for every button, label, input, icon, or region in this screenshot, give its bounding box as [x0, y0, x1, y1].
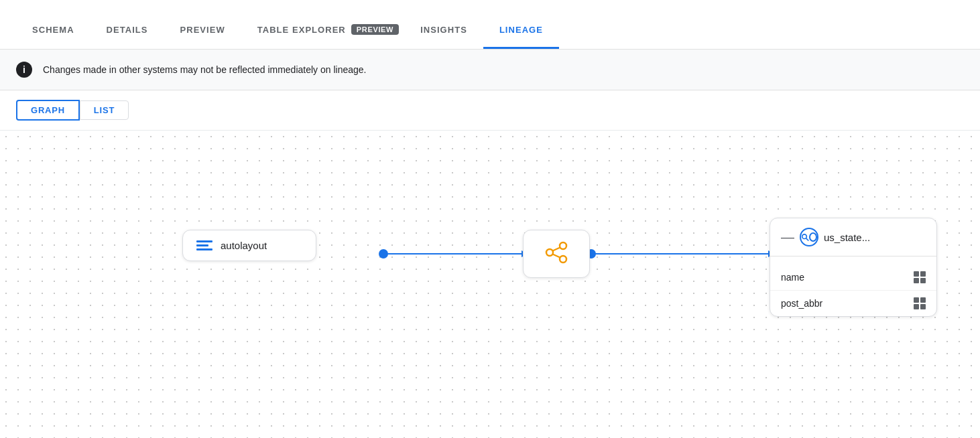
info-banner: i Changes made in other systems may not … — [0, 50, 980, 90]
info-icon: i — [16, 62, 32, 78]
autolayout-label: autolayout — [221, 240, 267, 251]
field-row-name: name — [770, 265, 936, 291]
tab-insights[interactable]: INSIGHTS — [404, 25, 483, 49]
usstates-fields: name post_abbr — [770, 265, 936, 316]
svg-point-8 — [560, 256, 566, 263]
dash-icon: — — [781, 230, 794, 244]
transform-icon — [542, 238, 571, 270]
grid-icon-post-abbr — [914, 297, 926, 309]
usstates-label: us_state... — [824, 232, 870, 243]
usstates-header: — us_state... — [770, 218, 936, 257]
svg-point-0 — [379, 249, 388, 259]
svg-line-12 — [806, 238, 808, 240]
svg-point-6 — [546, 249, 553, 256]
tab-details[interactable]: DETAILS — [90, 25, 164, 49]
tab-table-explorer[interactable]: TABLE EXPLORER PREVIEW — [241, 24, 404, 49]
svg-point-7 — [560, 242, 566, 249]
table-icon — [196, 240, 212, 250]
svg-line-9 — [553, 248, 560, 251]
graph-toggle-button[interactable]: GRAPH — [16, 100, 80, 121]
search-icon — [800, 228, 818, 246]
tab-schema[interactable]: SCHEMA — [16, 25, 90, 49]
field-row-post-abbr: post_abbr — [770, 291, 936, 316]
transform-node[interactable] — [523, 230, 590, 278]
autolayout-node[interactable]: autolayout — [182, 230, 316, 261]
graph-area: autolayout — us_state... — [0, 130, 980, 438]
tab-bar: SCHEMA DETAILS PREVIEW TABLE EXPLORER PR… — [0, 0, 980, 50]
usstates-node[interactable]: — us_state... name post_abbr — [770, 218, 937, 317]
svg-line-10 — [553, 254, 560, 258]
field-post-abbr-label: post_abbr — [781, 298, 822, 309]
info-text: Changes made in other systems may not be… — [43, 64, 366, 75]
grid-icon-name — [914, 271, 926, 283]
view-toggle: GRAPH LIST — [0, 90, 980, 130]
list-toggle-button[interactable]: LIST — [80, 100, 129, 120]
tab-lineage[interactable]: LINEAGE — [483, 25, 559, 49]
field-name-label: name — [781, 272, 804, 283]
preview-badge: PREVIEW — [351, 24, 399, 35]
tab-preview[interactable]: PREVIEW — [164, 25, 241, 49]
